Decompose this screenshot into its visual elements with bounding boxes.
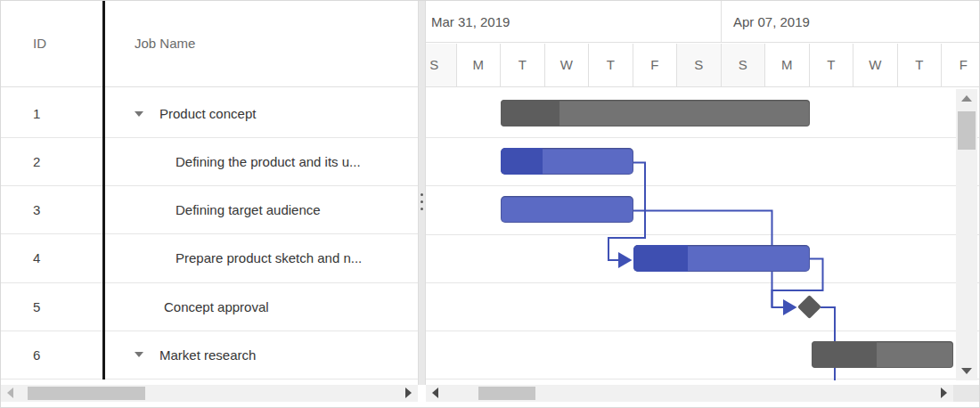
timeline-day-cell: F	[942, 44, 979, 86]
connector-arrow-icon	[783, 299, 797, 315]
collapse-chevron-icon[interactable]	[135, 352, 143, 357]
scroll-right-icon[interactable]	[941, 388, 947, 398]
task-id: 6	[33, 331, 40, 379]
timeline-week-cell: Mar 31, 2019	[426, 1, 722, 43]
column-header-id: ID	[33, 1, 46, 86]
task-id: 2	[33, 138, 40, 185]
task-name: Market research	[159, 331, 256, 379]
timeline-day-cell: M	[765, 44, 810, 86]
timeline-day-cell: F	[633, 44, 678, 86]
taskbar-progress	[633, 245, 688, 272]
chart-horizontal-scrollbar[interactable]	[426, 385, 953, 402]
dependency-lines	[426, 87, 979, 380]
timeline-week-cell: Apr 07, 2019	[722, 1, 980, 43]
timeline-day-cell: T	[810, 44, 854, 86]
task-name: Product concept	[159, 90, 256, 137]
gantt-widget: ID Job Name 1Product concept2Defining th…	[0, 0, 980, 408]
grid-header: ID Job Name	[1, 1, 418, 87]
taskbar-child[interactable]	[501, 196, 633, 223]
task-id: 3	[33, 186, 40, 233]
splitter-handle-icon[interactable]	[419, 193, 425, 215]
timeline-day-cell: M	[457, 44, 502, 86]
chart-pane: Mar 31, 2019Apr 07, 2019 SMTWTFSSMTWTF	[426, 1, 979, 385]
scroll-left-icon[interactable]	[7, 388, 13, 398]
grid-scroll-thumb[interactable]	[28, 387, 145, 400]
taskbar-progress	[501, 100, 559, 126]
task-id: 4	[33, 234, 40, 282]
taskbar-parent[interactable]	[501, 100, 810, 126]
timeline-day-cell: W	[545, 44, 590, 86]
taskbar-parent[interactable]	[812, 341, 953, 368]
scroll-up-icon[interactable]	[961, 95, 972, 102]
grid-row-4[interactable]: 4Prepare product sketch and n...	[1, 234, 418, 282]
connector-arrow-icon	[618, 252, 633, 268]
task-name: Defining the product and its u...	[176, 138, 361, 185]
splitter-bar[interactable]	[418, 1, 426, 385]
grid-horizontal-scrollbar[interactable]	[1, 385, 418, 402]
vertical-scroll-thumb[interactable]	[958, 111, 976, 150]
task-name: Prepare product sketch and n...	[176, 234, 362, 282]
timeline-day-cell: S	[677, 44, 722, 86]
timeline-day-cell: T	[898, 44, 943, 86]
grid-row-2[interactable]: 2Defining the product and its u...	[1, 138, 418, 186]
timeline-day-cell: T	[501, 44, 545, 86]
timeline-day-cell: T	[589, 44, 633, 86]
scroll-left-icon[interactable]	[432, 388, 438, 398]
timeline-day-cell: S	[722, 44, 766, 86]
scrollbar-corner	[953, 385, 979, 402]
column-header-job-name: Job Name	[135, 1, 195, 86]
scroll-right-icon[interactable]	[405, 388, 412, 398]
grid-rows: 1Product concept2Defining the product an…	[1, 90, 418, 379]
grid-pane: ID Job Name 1Product concept2Defining th…	[1, 1, 418, 385]
taskbar-child[interactable]	[501, 148, 633, 175]
column-divider-line	[102, 1, 105, 379]
collapse-chevron-icon[interactable]	[135, 111, 143, 117]
grid-row-5[interactable]: 5Concept approval	[1, 283, 418, 331]
taskbar-child[interactable]	[633, 245, 810, 272]
chart-scroll-thumb[interactable]	[478, 387, 535, 400]
grid-row-6[interactable]: 6Market research	[1, 331, 418, 379]
timeline-header: Mar 31, 2019Apr 07, 2019 SMTWTFSSMTWTF	[426, 1, 979, 87]
taskbar-progress	[812, 341, 877, 368]
grid-row-3[interactable]: 3Defining target audience	[1, 186, 418, 234]
task-name: Defining target audience	[176, 186, 321, 233]
scroll-down-icon[interactable]	[961, 368, 972, 374]
chart-vertical-scrollbar[interactable]	[956, 89, 977, 380]
taskbar-progress	[501, 148, 543, 175]
task-id: 5	[33, 283, 40, 330]
task-name: Concept approval	[164, 283, 269, 330]
grid-row-1[interactable]: 1Product concept	[1, 90, 418, 138]
timeline-day-cell: S	[426, 44, 457, 86]
task-id: 1	[33, 90, 40, 137]
chart-body	[426, 87, 979, 380]
timeline-day-cell: W	[853, 44, 898, 86]
